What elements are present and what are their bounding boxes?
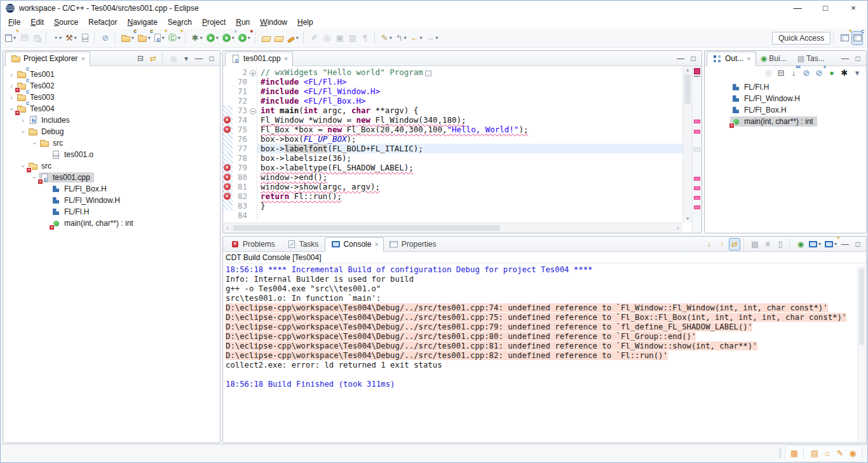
code-line-76[interactable]: 76box->box(FL_UP_BOX);: [223, 134, 682, 144]
console-vertical-scrollbar[interactable]: [857, 266, 865, 442]
show-whitespace-button[interactable]: ¶: [360, 31, 371, 45]
tree-item-tes001-cpp[interactable]: ›tes001.cpp: [3, 172, 220, 183]
scroll-left-icon[interactable]: ‹: [223, 225, 232, 232]
tree-item-tes003[interactable]: ›CTes003: [3, 92, 220, 103]
new-binary-button[interactable]: [79, 31, 91, 45]
clear-console-icon[interactable]: ▯: [775, 238, 786, 251]
new-cpp-project-button[interactable]: C+▾: [137, 31, 152, 45]
chevron-icon[interactable]: ›: [8, 104, 15, 113]
build-all-button[interactable]: ⚒▾: [64, 31, 78, 45]
tree-item-tes004[interactable]: ›CTes004: [3, 103, 220, 114]
editor-horizontal-scrollbar[interactable]: ‹ ›: [223, 223, 682, 233]
menu-window[interactable]: Window: [255, 17, 292, 28]
tree-item-tes002[interactable]: ›CTes002: [3, 80, 220, 92]
chevron-icon[interactable]: ›: [7, 94, 16, 101]
tree-item-includes[interactable]: ›Includes: [3, 114, 220, 126]
code-line-79[interactable]: ×79box->labeltype(FL_SHADOW_LABEL);: [223, 163, 682, 172]
open-element-button[interactable]: [261, 31, 272, 45]
tree-item-debug[interactable]: ›Debug: [3, 126, 220, 137]
code-line-77[interactable]: 77box->labelfont(FL_BOLD+FL_ITALIC);: [223, 144, 682, 153]
menu-run[interactable]: Run: [231, 17, 255, 28]
editor-vertical-scrollbar[interactable]: ▲ ▼: [682, 66, 692, 223]
display-selected-console-icon[interactable]: ▾: [808, 238, 822, 251]
save-all-button[interactable]: [31, 31, 43, 45]
code-line-70[interactable]: 70#include <FL/Fl.H>: [223, 77, 682, 86]
view-menu-icon[interactable]: ▾: [851, 66, 863, 80]
menu-project[interactable]: Project: [197, 17, 231, 28]
package-icon[interactable]: ▦: [789, 446, 800, 460]
back-button[interactable]: ←▾: [409, 31, 424, 45]
new-c-file-button[interactable]: +▾: [153, 31, 166, 45]
tab-build-targets[interactable]: ◉Bui...: [756, 52, 793, 66]
chevron-icon[interactable]: ›: [31, 173, 38, 182]
scroll-up-icon[interactable]: ▲: [683, 66, 692, 74]
console-scrollbar-thumb[interactable]: [859, 268, 864, 345]
tree-item-src[interactable]: ›src: [3, 160, 220, 172]
profile-button[interactable]: ●▾: [237, 31, 252, 45]
overview-error-mark[interactable]: [694, 177, 700, 181]
minimize-icon[interactable]: —: [675, 52, 686, 65]
minimize-icon[interactable]: —: [839, 238, 851, 251]
restore-editor-button[interactable]: ↰▾: [395, 31, 408, 45]
overview-ruler[interactable]: [692, 66, 702, 233]
tab-project-explorer[interactable]: Project Explorer×: [5, 52, 90, 66]
outline-item-fl-fl-h[interactable]: FL/Fl.H: [705, 81, 866, 93]
graduation-cap-icon[interactable]: ⌂: [822, 446, 833, 460]
code-editor[interactable]: 2+// wxWidgets "Hello world" Program..70…: [223, 66, 702, 233]
chevron-icon[interactable]: ›: [20, 127, 27, 136]
tree-item-tes001-o[interactable]: tes001.o: [3, 149, 220, 160]
quick-access-button[interactable]: Quick Access: [772, 32, 831, 45]
overview-occurrence-mark[interactable]: [694, 148, 700, 151]
pin-console-icon[interactable]: ◉: [795, 238, 806, 251]
word-wrap-icon[interactable]: ≡: [762, 238, 773, 251]
minimize-icon[interactable]: —: [193, 52, 205, 65]
scroll-lock-icon[interactable]: ▤: [749, 238, 761, 251]
minimize-icon[interactable]: —: [839, 52, 851, 65]
code-line-74[interactable]: ×74Fl_Window *window = new Fl_Window(340…: [223, 115, 682, 125]
code-line-71[interactable]: 71#include <FL/Fl_Window.H>: [223, 86, 682, 96]
scroll-down-icon[interactable]: ▼: [683, 215, 692, 223]
tree-item-main-int-char-int[interactable]: main(int, char**) : int: [3, 218, 220, 229]
menu-edit[interactable]: Edit: [25, 17, 49, 28]
chevron-icon[interactable]: ›: [31, 139, 38, 148]
tree-item-fl-fl-window-h[interactable]: FL/Fl_Window.H: [3, 195, 220, 206]
close-tab-icon[interactable]: ×: [284, 55, 288, 62]
tree-item-fl-fl-box-h[interactable]: FL/Fl_Box.H: [3, 183, 220, 195]
show-source-button[interactable]: ▥: [347, 31, 358, 45]
new-wizard-button[interactable]: +▾: [4, 31, 17, 45]
view-menu-icon[interactable]: ▾: [180, 52, 192, 65]
menu-file[interactable]: File: [3, 17, 25, 28]
cpp-perspective-button[interactable]: C: [851, 31, 863, 45]
overview-error-mark[interactable]: [694, 130, 700, 134]
maximize-button[interactable]: □: [811, 1, 839, 16]
hide-non-public-icon[interactable]: ●: [826, 66, 837, 80]
next-error-icon[interactable]: ↓: [703, 238, 715, 251]
maximize-icon[interactable]: □: [206, 52, 217, 65]
map-icon[interactable]: ▤: [809, 446, 820, 460]
close-button[interactable]: ×: [839, 1, 867, 16]
tab-properties[interactable]: Properties: [384, 237, 443, 252]
sort-icon[interactable]: ↓az: [788, 66, 799, 80]
skip-all-breakpoints-button[interactable]: ⊘: [100, 31, 111, 45]
console-output[interactable]: 18:56:18 **** Incremental Build of confi…: [223, 263, 866, 389]
save-button[interactable]: [18, 31, 30, 45]
statusbar-drag-handle[interactable]: [780, 449, 781, 458]
tab-tasks[interactable]: Tasks: [281, 237, 325, 252]
code-line-78[interactable]: 78box->labelsize(36);: [223, 153, 682, 163]
menu-navigate[interactable]: Navigate: [122, 17, 162, 28]
open-console-icon[interactable]: +▾: [824, 238, 838, 251]
outline-item-fl-fl-box-h[interactable]: FL/Fl_Box.H: [705, 104, 866, 116]
menu-help[interactable]: Help: [292, 17, 318, 28]
overview-error-mark[interactable]: [694, 196, 700, 200]
code-line-2[interactable]: 2+// wxWidgets "Hello world" Program..: [223, 67, 682, 77]
code-line-72[interactable]: 72#include <FL/Fl_Box.H>: [223, 96, 682, 106]
minimize-button[interactable]: —: [783, 1, 811, 16]
open-resource-button[interactable]: [273, 31, 285, 45]
scrollbar-thumb[interactable]: [684, 74, 691, 104]
scroll-right-icon[interactable]: ›: [674, 225, 682, 232]
hscrollbar-thumb[interactable]: [233, 225, 500, 231]
menu-source[interactable]: Source: [49, 17, 83, 28]
chevron-icon[interactable]: ›: [20, 162, 27, 170]
run-button[interactable]: ▾: [205, 31, 220, 45]
close-tab-icon[interactable]: ×: [747, 55, 750, 62]
